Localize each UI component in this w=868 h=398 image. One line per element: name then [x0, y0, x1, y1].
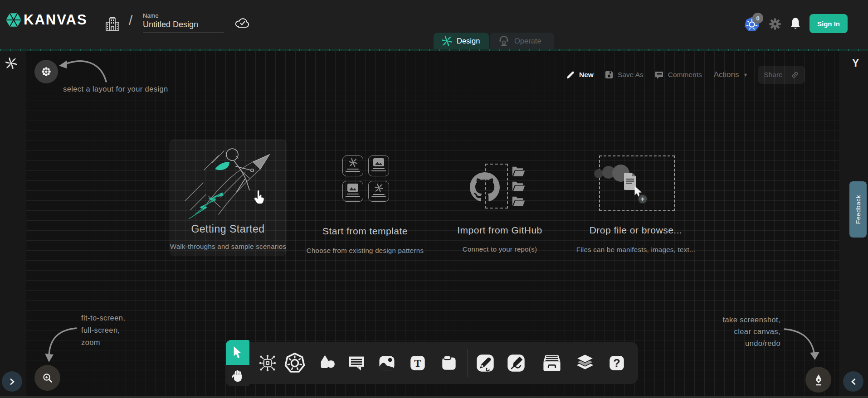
expand-left-panel-button[interactable]: [2, 371, 22, 392]
archive-tool-button[interactable]: [540, 342, 564, 384]
chevron-right-icon: [9, 378, 16, 385]
left-rail-pinwheel-icon[interactable]: [5, 58, 17, 69]
pointer-hand-cursor: [252, 189, 266, 205]
pan-hand-icon: [232, 369, 244, 382]
toolbar-divider: [534, 349, 534, 377]
save-as-button[interactable]: Save As: [605, 70, 644, 79]
save-floppy-icon: [605, 70, 614, 79]
template-tile-image: [368, 155, 389, 176]
shape-toolbar: T: [249, 342, 638, 384]
comments-button[interactable]: Comments: [654, 70, 702, 79]
annotate-pen-button[interactable]: [805, 367, 831, 393]
view-controls-hint-text: fit-to-screen, full-screen, zoom: [81, 312, 125, 349]
import-github-title[interactable]: Import from GitHub: [432, 225, 568, 236]
toolbar-divider: [467, 349, 468, 377]
pencil-draw-tool-button[interactable]: [504, 342, 528, 384]
tab-operate-label: Operate: [514, 37, 541, 45]
organization-building-icon[interactable]: [105, 16, 120, 32]
feedback-tab[interactable]: Feedback: [849, 181, 867, 238]
share-label: Share: [764, 71, 782, 79]
pencil-new-icon: [566, 70, 575, 79]
shapes-icon: [317, 353, 337, 373]
help-icon: ?: [607, 354, 626, 373]
template-previews: [342, 155, 389, 202]
start-from-template-title[interactable]: Start from template: [297, 226, 433, 237]
select-arrow-icon: [233, 346, 243, 359]
pen-icon: [475, 353, 495, 373]
design-name-input[interactable]: [143, 20, 224, 33]
comment-bubble-icon: [346, 353, 366, 373]
pencil-scribble-icon: [506, 353, 526, 373]
actions-label: Actions: [714, 70, 739, 79]
layers-icon: [575, 353, 595, 374]
template-tile-image: [342, 181, 363, 202]
chevron-left-icon: [850, 378, 857, 385]
text-tool-button[interactable]: T: [406, 342, 429, 384]
share-button[interactable]: Share: [758, 66, 805, 84]
actions-dropdown[interactable]: Actions ▼: [714, 70, 748, 79]
expand-right-panel-button[interactable]: [843, 371, 863, 392]
comments-label: Comments: [668, 71, 702, 79]
notification-count-badge: 0: [752, 13, 763, 24]
right-rail-logo-glyph[interactable]: Y: [852, 57, 859, 69]
image-icon: [377, 353, 397, 373]
drop-file-title[interactable]: Drop file or browse...: [568, 225, 704, 236]
repo-folder-icon: [512, 196, 526, 207]
drop-dot-small: [594, 169, 603, 178]
layout-hint-arrow: [54, 53, 110, 87]
comment-tool-button[interactable]: [345, 342, 368, 384]
note-tool-button[interactable]: [438, 342, 461, 384]
tab-operate[interactable]: Operate: [490, 33, 554, 49]
pen-tool-button[interactable]: [473, 342, 497, 384]
pan-tool-button[interactable]: [226, 365, 249, 386]
chevron-down-icon: ▼: [743, 72, 748, 78]
toolbar-divider: [310, 349, 310, 377]
getting-started-rocket-illustration: [177, 143, 281, 221]
layers-tool-button[interactable]: [573, 342, 597, 384]
pen-nib-icon: [813, 374, 824, 386]
breadcrumb-separator: /: [129, 13, 132, 28]
layout-hint-text: select a layout for your design: [63, 85, 168, 93]
settings-gear-icon[interactable]: [769, 18, 781, 30]
node-tool-button[interactable]: [256, 342, 279, 384]
cloud-saved-icon: [234, 16, 251, 29]
new-label: New: [579, 71, 594, 79]
pointer-tool-group: [226, 340, 249, 386]
drawer-archive-icon: [541, 353, 562, 373]
canvas-actions-hint-text: take screenshot, clear canvas, undo/redo: [698, 314, 780, 349]
add-file-plus-badge: +: [638, 194, 648, 204]
zoom-in-magnifier-icon: [42, 372, 54, 384]
kubernetes-tool-button[interactable]: [283, 342, 307, 384]
new-button[interactable]: New: [566, 70, 594, 79]
help-tool-button[interactable]: ?: [605, 342, 629, 384]
node-chip-icon: [258, 353, 278, 373]
notifications-bell-icon[interactable]: [790, 17, 801, 30]
brand-name: KANVAS: [24, 12, 88, 28]
layout-flower-icon: [41, 66, 52, 77]
zoom-button[interactable]: [34, 365, 60, 391]
svg-text:T: T: [414, 357, 421, 369]
select-tool-button[interactable]: [226, 340, 249, 365]
repo-folder-icon: [512, 166, 526, 177]
sticky-note-icon: [440, 354, 459, 373]
sign-in-button[interactable]: Sign In: [809, 14, 848, 33]
tab-design-label: Design: [457, 37, 480, 45]
template-tile-pinwheel: [342, 155, 363, 176]
drop-file-subtitle: Files can be manifests, images, text...: [568, 246, 704, 253]
save-as-label: Save As: [618, 71, 644, 79]
feedback-label: Feedback: [855, 195, 862, 224]
svg-text:?: ?: [613, 357, 620, 369]
getting-started-subtitle: Walk-throughs and sample scenarios: [158, 243, 298, 250]
kanvas-logo-icon: [5, 11, 22, 29]
tab-design[interactable]: Design: [434, 33, 489, 49]
shapes-tool-button[interactable]: [316, 342, 339, 384]
design-pinwheel-icon: [442, 36, 452, 46]
operate-headset-icon: [498, 35, 510, 47]
share-link-icon: [791, 71, 799, 79]
image-tool-button[interactable]: [375, 342, 399, 384]
view-controls-hint-arrow: [42, 320, 79, 365]
kanvas-app: KANVAS / Name: [0, 0, 868, 398]
app-header: KANVAS / Name: [0, 0, 868, 49]
repo-folder-icon: [512, 181, 526, 192]
template-tile-pinwheel: [368, 181, 389, 202]
